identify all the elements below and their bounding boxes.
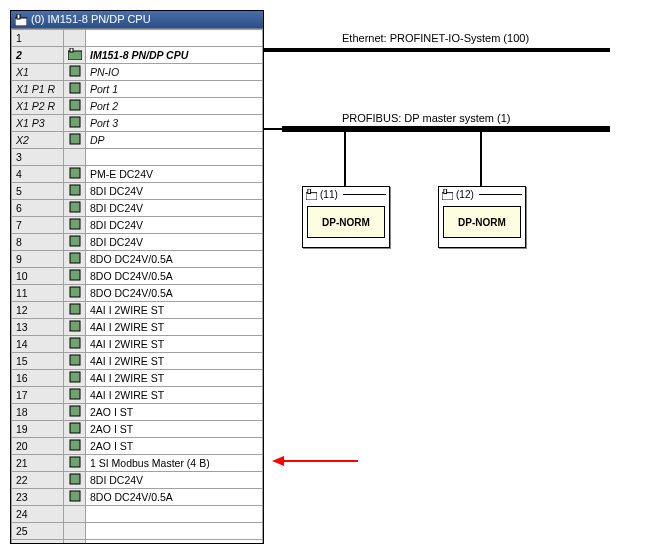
empty-icon-cell [64, 506, 86, 523]
table-row[interactable]: X1 P3Port 3 [12, 115, 263, 132]
slot-cell: 10 [12, 268, 64, 285]
empty-icon-cell [64, 523, 86, 540]
table-row[interactable]: X1 P2 RPort 2 [12, 98, 263, 115]
table-row[interactable]: 192AO I ST [12, 421, 263, 438]
module-cell: PM-E DC24V [86, 166, 263, 183]
table-row[interactable]: 78DI DC24V [12, 217, 263, 234]
svg-rect-18 [70, 321, 80, 331]
svg-rect-5 [70, 83, 80, 93]
module-cell: 4AI I 2WIRE ST [86, 370, 263, 387]
table-row[interactable]: 1 [12, 30, 263, 47]
slot-cell: X1 P2 R [12, 98, 64, 115]
arrow-shaft [284, 460, 358, 462]
table-row[interactable]: 238DO DC24V/0.5A [12, 489, 263, 506]
module-cell: 8DO DC24V/0.5A [86, 489, 263, 506]
module-icon [64, 438, 86, 455]
table-row[interactable]: 68DI DC24V [12, 200, 263, 217]
dp-slave-node-12[interactable]: (12) DP-NORM [438, 186, 526, 248]
module-cell: 8DI DC24V [86, 200, 263, 217]
slot-cell: 17 [12, 387, 64, 404]
slot-cell: 15 [12, 353, 64, 370]
table-row[interactable]: 3 [12, 149, 263, 166]
svg-rect-21 [70, 372, 80, 382]
table-row[interactable]: 211 SI Modbus Master (4 B) [12, 455, 263, 472]
module-cell: 8DI DC24V [86, 217, 263, 234]
table-row[interactable]: 174AI I 2WIRE ST [12, 387, 263, 404]
slave-icon [442, 189, 453, 200]
module-cell: 4AI I 2WIRE ST [86, 319, 263, 336]
table-row[interactable]: 154AI I 2WIRE ST [12, 353, 263, 370]
table-row[interactable]: 118DO DC24V/0.5A [12, 285, 263, 302]
table-row[interactable]: 25 [12, 523, 263, 540]
svg-rect-6 [70, 100, 80, 110]
svg-rect-14 [70, 253, 80, 263]
table-row[interactable]: 164AI I 2WIRE ST [12, 370, 263, 387]
profibus-bus[interactable] [282, 126, 610, 132]
module-cell: 4AI I 2WIRE ST [86, 336, 263, 353]
rack-table-scroll[interactable]: 12IM151-8 PN/DP CPUX1PN-IOX1 P1 RPort 1X… [11, 28, 263, 543]
table-row[interactable]: 134AI I 2WIRE ST [12, 319, 263, 336]
svg-rect-20 [70, 355, 80, 365]
module-icon [64, 370, 86, 387]
node-header-rule [343, 194, 386, 195]
table-row[interactable]: 26 [12, 540, 263, 544]
table-row[interactable]: 58DI DC24V [12, 183, 263, 200]
empty-icon-cell [64, 149, 86, 166]
module-icon [64, 489, 86, 506]
table-row[interactable]: X1 P1 RPort 1 [12, 81, 263, 98]
svg-rect-8 [70, 134, 80, 144]
module-icon [64, 268, 86, 285]
slot-cell: 4 [12, 166, 64, 183]
module-icon [64, 319, 86, 336]
table-row[interactable]: 24 [12, 506, 263, 523]
module-cell: Port 3 [86, 115, 263, 132]
module-cell: 4AI I 2WIRE ST [86, 387, 263, 404]
node-header: (12) [439, 187, 525, 202]
table-row[interactable]: 88DI DC24V [12, 234, 263, 251]
module-icon [64, 234, 86, 251]
table-row[interactable]: 2IM151-8 PN/DP CPU [12, 47, 263, 64]
module-cell: 2AO I ST [86, 438, 263, 455]
rack-table: 12IM151-8 PN/DP CPUX1PN-IOX1 P1 RPort 1X… [11, 29, 263, 543]
table-row[interactable]: 124AI I 2WIRE ST [12, 302, 263, 319]
slave-icon [306, 189, 317, 200]
table-row[interactable]: X2DP [12, 132, 263, 149]
table-row[interactable]: 98DO DC24V/0.5A [12, 251, 263, 268]
node-type-badge: DP-NORM [443, 206, 521, 238]
module-icon [64, 132, 86, 149]
table-row[interactable]: 202AO I ST [12, 438, 263, 455]
slot-cell: 19 [12, 421, 64, 438]
node-address: (11) [320, 189, 338, 200]
svg-rect-15 [70, 270, 80, 280]
slot-cell: 13 [12, 319, 64, 336]
module-icon [64, 455, 86, 472]
slot-cell: 11 [12, 285, 64, 302]
module-cell [86, 149, 263, 166]
slot-cell: 25 [12, 523, 64, 540]
table-row[interactable]: X1PN-IO [12, 64, 263, 81]
slot-cell: 23 [12, 489, 64, 506]
dp-slave-node-11[interactable]: (11) DP-NORM [302, 186, 390, 248]
module-icon [64, 115, 86, 132]
svg-rect-4 [70, 66, 80, 76]
table-row[interactable]: 108DO DC24V/0.5A [12, 268, 263, 285]
ethernet-bus[interactable] [264, 48, 610, 52]
svg-rect-30 [308, 189, 311, 194]
table-row[interactable]: 228DI DC24V [12, 472, 263, 489]
ethernet-label: Ethernet: PROFINET-IO-System (100) [342, 32, 529, 44]
rack-icon [15, 14, 27, 26]
slot-cell: 6 [12, 200, 64, 217]
module-cell: Port 2 [86, 98, 263, 115]
table-row[interactable]: 4PM-E DC24V [12, 166, 263, 183]
table-row[interactable]: 182AO I ST [12, 404, 263, 421]
slot-cell: 14 [12, 336, 64, 353]
svg-rect-19 [70, 338, 80, 348]
module-icon [64, 64, 86, 81]
module-cell [86, 506, 263, 523]
module-cell: 8DO DC24V/0.5A [86, 251, 263, 268]
svg-rect-25 [70, 440, 80, 450]
empty-icon-cell [64, 540, 86, 544]
node-header: (11) [303, 187, 389, 202]
table-row[interactable]: 144AI I 2WIRE ST [12, 336, 263, 353]
module-cell: 2AO I ST [86, 404, 263, 421]
